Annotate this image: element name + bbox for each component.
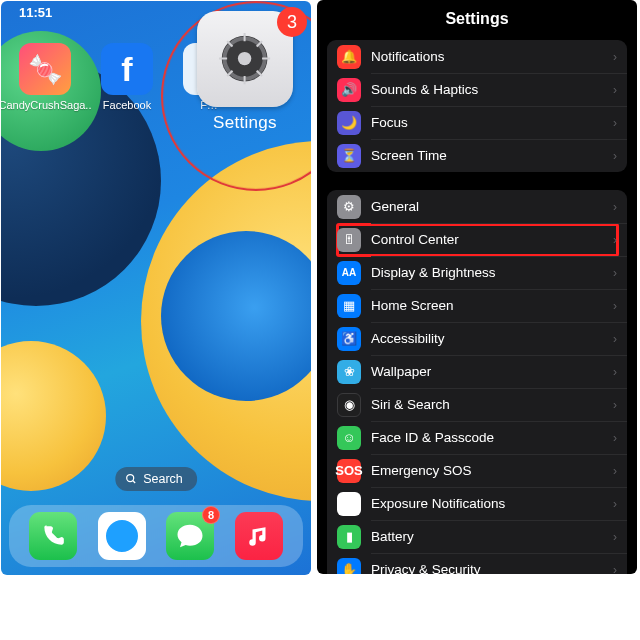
chevron-right-icon: ›: [613, 563, 617, 575]
dock-phone[interactable]: [29, 512, 77, 560]
phone-icon: [40, 523, 66, 549]
settings-badge: 3: [277, 7, 307, 37]
dock-music[interactable]: [235, 512, 283, 560]
flower-icon: ❀: [337, 360, 361, 384]
svg-point-11: [127, 475, 134, 482]
settings-row-label: Notifications: [371, 49, 603, 64]
chevron-right-icon: ›: [613, 365, 617, 379]
settings-label: Settings: [213, 113, 277, 133]
facebook-icon: f: [101, 43, 153, 95]
settings-row-label: Control Center: [371, 232, 603, 247]
settings-row-label: Emergency SOS: [371, 463, 603, 478]
settings-row-emergency-sos[interactable]: SOSEmergency SOS›: [327, 454, 627, 487]
iphone-home-screen: 11:51 🍬 CandyCrushSaga.. f Facebook F…: [1, 1, 311, 575]
settings-row-label: Face ID & Passcode: [371, 430, 603, 445]
moon-icon: 🌙: [337, 111, 361, 135]
settings-row-notifications[interactable]: 🔔Notifications›: [327, 40, 627, 73]
chevron-right-icon: ›: [613, 233, 617, 247]
bell-icon: 🔔: [337, 45, 361, 69]
app-candy-crush[interactable]: 🍬 CandyCrushSaga..: [15, 43, 75, 111]
settings-app-callout[interactable]: Settings 3: [185, 11, 305, 133]
settings-row-label: General: [371, 199, 603, 214]
exposure-icon: ⊙: [337, 492, 361, 516]
text-size-icon: AA: [337, 261, 361, 285]
settings-row-label: Exposure Notifications: [371, 496, 603, 511]
chevron-right-icon: ›: [613, 398, 617, 412]
settings-row-screen-time[interactable]: ⏳Screen Time›: [327, 139, 627, 172]
dock-safari[interactable]: [98, 512, 146, 560]
settings-row-face-id-passcode[interactable]: ☺Face ID & Passcode›: [327, 421, 627, 454]
settings-row-label: Screen Time: [371, 148, 603, 163]
safari-icon: [102, 516, 142, 556]
music-icon: [246, 523, 272, 549]
messages-badge: 8: [202, 506, 220, 524]
settings-row-label: Battery: [371, 529, 603, 544]
settings-row-battery[interactable]: ▮Battery›: [327, 520, 627, 553]
chevron-right-icon: ›: [613, 299, 617, 313]
settings-row-display-brightness[interactable]: AADisplay & Brightness›: [327, 256, 627, 289]
spotlight-search[interactable]: Search: [115, 467, 197, 491]
settings-row-label: Privacy & Security: [371, 562, 603, 574]
settings-row-sounds-haptics[interactable]: 🔊Sounds & Haptics›: [327, 73, 627, 106]
settings-row-label: Focus: [371, 115, 603, 130]
settings-row-label: Display & Brightness: [371, 265, 603, 280]
settings-row-label: Wallpaper: [371, 364, 603, 379]
settings-row-home-screen[interactable]: ▦Home Screen›: [327, 289, 627, 322]
battery-icon: ▮: [337, 525, 361, 549]
chevron-right-icon: ›: [613, 431, 617, 445]
settings-row-label: Sounds & Haptics: [371, 82, 603, 97]
faceid-icon: ☺: [337, 426, 361, 450]
search-label: Search: [143, 472, 183, 486]
app-label: CandyCrushSaga..: [1, 99, 91, 111]
chevron-right-icon: ›: [613, 200, 617, 214]
chevron-right-icon: ›: [613, 50, 617, 64]
dock-messages[interactable]: 8: [166, 512, 214, 560]
chevron-right-icon: ›: [613, 497, 617, 511]
hand-icon: ✋: [337, 558, 361, 575]
page-title: Settings: [317, 0, 637, 40]
speaker-icon: 🔊: [337, 78, 361, 102]
candy-crush-icon: 🍬: [19, 43, 71, 95]
chevron-right-icon: ›: [613, 332, 617, 346]
sos-icon: SOS: [337, 459, 361, 483]
settings-row-accessibility[interactable]: ♿Accessibility›: [327, 322, 627, 355]
settings-row-exposure-notifications[interactable]: ⊙Exposure Notifications›: [327, 487, 627, 520]
settings-row-siri-search[interactable]: ◉Siri & Search›: [327, 388, 627, 421]
hourglass-icon: ⏳: [337, 144, 361, 168]
chevron-right-icon: ›: [613, 83, 617, 97]
settings-app: Settings 🔔Notifications›🔊Sounds & Haptic…: [317, 0, 637, 574]
settings-row-label: Siri & Search: [371, 397, 603, 412]
search-icon: [125, 473, 137, 485]
siri-icon: ◉: [337, 393, 361, 417]
settings-group-notifications: 🔔Notifications›🔊Sounds & Haptics›🌙Focus›…: [327, 40, 627, 172]
gear-icon: ⚙: [337, 195, 361, 219]
chevron-right-icon: ›: [613, 266, 617, 280]
switches-icon: 🎚: [337, 228, 361, 252]
chevron-right-icon: ›: [613, 149, 617, 163]
settings-group-general: ⚙General›🎚Control Center›AADisplay & Bri…: [327, 190, 627, 574]
settings-row-focus[interactable]: 🌙Focus›: [327, 106, 627, 139]
app-facebook[interactable]: f Facebook: [97, 43, 157, 111]
settings-row-privacy-security[interactable]: ✋Privacy & Security›: [327, 553, 627, 574]
settings-row-label: Accessibility: [371, 331, 603, 346]
dock: 8: [9, 505, 303, 567]
chevron-right-icon: ›: [613, 116, 617, 130]
svg-point-10: [238, 52, 251, 65]
gear-icon: [211, 25, 278, 92]
grid-icon: ▦: [337, 294, 361, 318]
messages-icon: [175, 521, 205, 551]
chevron-right-icon: ›: [613, 464, 617, 478]
settings-row-label: Home Screen: [371, 298, 603, 313]
settings-row-wallpaper[interactable]: ❀Wallpaper›: [327, 355, 627, 388]
settings-row-control-center[interactable]: 🎚Control Center›: [327, 223, 627, 256]
status-bar-time: 11:51: [19, 5, 52, 20]
accessibility-icon: ♿: [337, 327, 361, 351]
chevron-right-icon: ›: [613, 530, 617, 544]
settings-row-general[interactable]: ⚙General›: [327, 190, 627, 223]
svg-line-12: [133, 481, 136, 484]
app-label: Facebook: [103, 99, 151, 111]
